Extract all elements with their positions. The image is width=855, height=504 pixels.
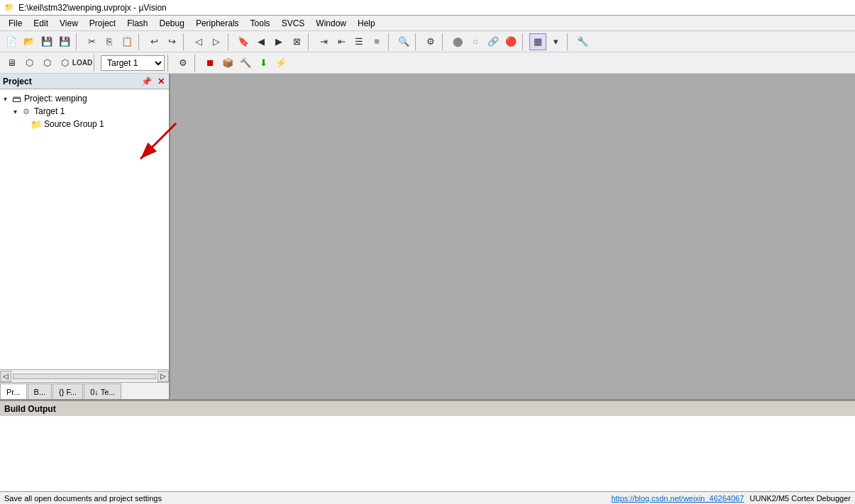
sep7 <box>415 33 419 50</box>
target1-toggle[interactable]: ▾ <box>10 108 20 116</box>
view-dropdown-button[interactable]: ▾ <box>547 33 564 50</box>
menu-window[interactable]: Window <box>310 17 352 30</box>
source-group1-label: Source Group 1 <box>44 119 104 129</box>
build-output-content <box>0 416 855 491</box>
comp3-button[interactable]: ⬡ <box>56 55 73 72</box>
menu-svcs[interactable]: SVCS <box>276 17 311 30</box>
hscroll-left-button[interactable]: ◁ <box>0 371 11 382</box>
cut-button[interactable]: ✂ <box>83 33 100 50</box>
load-button[interactable]: LOAD <box>74 55 91 72</box>
sep4 <box>228 33 232 50</box>
debug3-button[interactable]: 🔗 <box>485 33 502 50</box>
rebuild-button[interactable]: 🔨 <box>237 55 254 72</box>
menu-file[interactable]: File <box>3 17 28 30</box>
project-panel: Project 📌 ✕ ▾ 🗃 Project: wenping ▾ ⚙ <box>0 74 170 399</box>
project-panel-title: Project <box>3 77 32 86</box>
bookmark2-button[interactable]: ◀ <box>253 33 270 50</box>
sep1 <box>76 33 80 50</box>
forward-button[interactable]: ▷ <box>208 33 225 50</box>
title-bar: 📁 E:\keil\stm32\wenping.uvprojx - µVisio… <box>0 0 855 16</box>
sep3 <box>183 33 187 50</box>
flash2-button[interactable]: ⚡ <box>272 55 289 72</box>
tab-project[interactable]: Pr... <box>0 383 27 399</box>
sep8 <box>442 33 446 50</box>
paste-button[interactable]: 📋 <box>118 33 136 50</box>
project-hscroll: ◁ ▷ <box>0 369 169 382</box>
format2-button[interactable]: ≡ <box>368 33 385 50</box>
bookmark3-button[interactable]: ▶ <box>270 33 287 50</box>
menu-edit[interactable]: Edit <box>28 17 54 30</box>
comp-button[interactable]: ⬡ <box>21 55 38 72</box>
folder-icon: 📁 <box>30 118 43 130</box>
mcu-button[interactable]: 🖥 <box>3 55 20 72</box>
hscroll-right-button[interactable]: ▷ <box>158 371 169 382</box>
manage-button[interactable]: ⚙ <box>175 55 192 72</box>
build-output-header: Build Output <box>0 401 855 416</box>
status-bar: Save all open documents and project sett… <box>0 491 855 504</box>
debug4-button[interactable]: 🔴 <box>502 33 519 50</box>
tree-source-group1[interactable]: 📁 Source Group 1 <box>0 118 169 130</box>
tree-target1[interactable]: ▾ ⚙ Target 1 <box>0 105 169 118</box>
comp2-button[interactable]: ⬡ <box>38 55 55 72</box>
tree-root[interactable]: ▾ 🗃 Project: wenping <box>0 92 169 105</box>
title-text: E:\keil\stm32\wenping.uvprojx - µVision <box>18 3 167 13</box>
format-button[interactable]: ☰ <box>351 33 368 50</box>
target1-label: Target 1 <box>34 106 65 116</box>
save-all-button[interactable]: 💾 <box>56 33 73 50</box>
view-toggle-button[interactable]: ▦ <box>529 33 546 50</box>
menu-bar: File Edit View Project Flash Debug Perip… <box>0 16 855 31</box>
tab-templates[interactable]: 0↓ Te... <box>84 383 121 399</box>
debug1-button[interactable]: ⬤ <box>449 33 466 50</box>
indent-button[interactable]: ⇥ <box>315 33 332 50</box>
root-label: Project: wenping <box>24 94 87 103</box>
bookmark4-button[interactable]: ⊠ <box>288 33 305 50</box>
tab-functions[interactable]: {} F... <box>53 383 83 399</box>
menu-peripherals[interactable]: Peripherals <box>190 17 245 30</box>
undo-button[interactable]: ↩ <box>145 33 162 50</box>
bookmark1-button[interactable]: 🔖 <box>235 33 252 50</box>
redo-button[interactable]: ↪ <box>163 33 180 50</box>
settings1-button[interactable]: ⚙ <box>422 33 439 50</box>
build-output-title: Build Output <box>4 404 56 414</box>
tools2-button[interactable]: 🔧 <box>574 33 591 50</box>
tab-project-label: Pr... <box>6 388 21 396</box>
status-link[interactable]: https://blog.csdn.net/weixin_46264067 <box>611 494 744 503</box>
tab-books[interactable]: B... <box>28 383 53 399</box>
menu-tools[interactable]: Tools <box>245 17 276 30</box>
target-icon: ⚙ <box>20 106 33 117</box>
open-button[interactable]: 📂 <box>21 33 38 50</box>
sep2 <box>138 33 143 50</box>
copy-button[interactable]: ⎘ <box>101 33 118 50</box>
menu-project[interactable]: Project <box>84 17 121 30</box>
menu-help[interactable]: Help <box>352 17 381 30</box>
target-select[interactable]: Target 1 <box>101 55 165 71</box>
sep5 <box>308 33 312 50</box>
menu-debug[interactable]: Debug <box>154 17 190 30</box>
panel-pin-button[interactable]: 📌 <box>140 77 153 86</box>
menu-flash[interactable]: Flash <box>121 17 153 30</box>
back-button[interactable]: ◁ <box>190 33 207 50</box>
project-icon: 🗃 <box>10 93 23 104</box>
panel-close-button[interactable]: ✕ <box>156 77 166 86</box>
tab-books-label: B... <box>34 388 46 396</box>
save-button[interactable]: 💾 <box>38 33 55 50</box>
menu-view[interactable]: View <box>54 17 84 30</box>
sep13 <box>194 55 199 72</box>
hscroll-track[interactable] <box>13 374 156 379</box>
build-button[interactable]: 📦 <box>219 55 236 72</box>
unindent-button[interactable]: ⇤ <box>333 33 350 50</box>
status-right: UUNK2/M5 Cortex Debugger <box>750 494 851 503</box>
status-left: Save all open documents and project sett… <box>4 494 162 503</box>
find-in-files-button[interactable]: 🔍 <box>395 33 412 50</box>
tab-templates-label: 0↓ Te... <box>90 388 115 396</box>
download-button[interactable]: ⬇ <box>255 55 272 72</box>
new-file-button[interactable]: 📄 <box>3 33 20 50</box>
build-section: Build Output <box>0 399 855 491</box>
stop-button[interactable]: ⏹ <box>202 55 219 72</box>
debug2-button[interactable]: ○ <box>467 33 484 50</box>
sep10 <box>567 33 571 50</box>
toolbar1: 📄 📂 💾 💾 ✂ ⎘ 📋 ↩ ↪ ◁ ▷ 🔖 ◀ ▶ ⊠ ⇥ ⇤ ☰ ≡ 🔍 … <box>0 31 855 52</box>
project-panel-header: Project 📌 ✕ <box>0 74 169 89</box>
root-toggle[interactable]: ▾ <box>0 95 10 103</box>
sep11 <box>94 55 98 72</box>
